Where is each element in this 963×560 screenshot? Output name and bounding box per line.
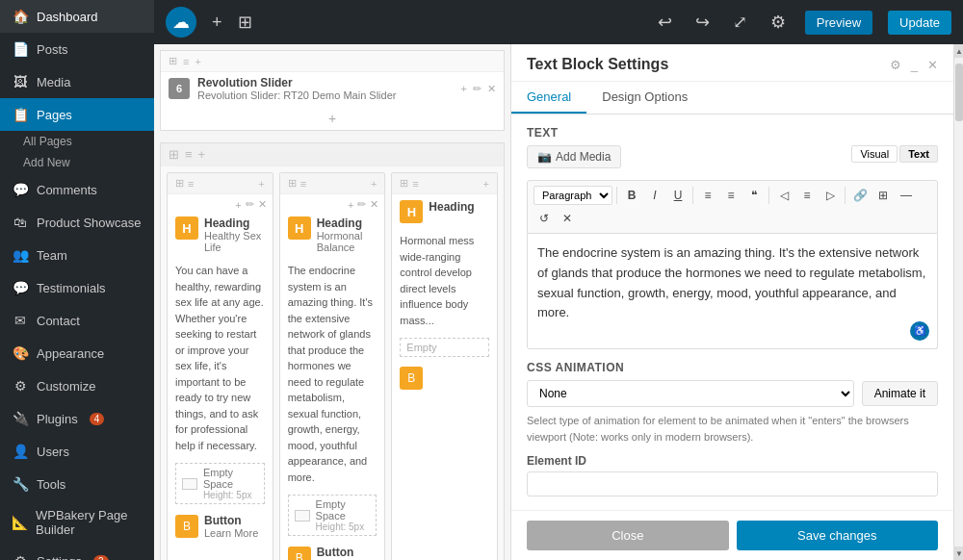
hr-button[interactable]: — — [896, 185, 917, 206]
underline-button[interactable]: U — [667, 185, 689, 206]
panel-minimize-icon[interactable]: _ — [911, 58, 918, 72]
tcol-grid-icon[interactable]: ≡ — [185, 147, 193, 162]
sidebar-item-users[interactable]: 👤 Users — [0, 435, 154, 468]
close-button[interactable]: Close — [527, 521, 729, 550]
panel-gear-icon[interactable]: ⚙ — [890, 58, 901, 72]
list-ol-button[interactable]: ≡ — [720, 185, 742, 206]
update-button[interactable]: Update — [888, 11, 951, 35]
panel-body: Text 📷 Add Media Visual Text Paragraph — [511, 115, 953, 510]
table-button[interactable]: ⊞ — [872, 185, 894, 206]
sidebar-item-settings[interactable]: ⚙ Settings 3 — [0, 545, 154, 560]
css-animation-section: CSS Animation None Animate it Select typ… — [527, 361, 938, 445]
add-media-button[interactable]: 📷 Add Media — [527, 145, 621, 168]
cola-ba-add[interactable]: + — [235, 199, 241, 211]
remove-format-button[interactable]: ✕ — [557, 208, 578, 229]
topbar: ☁ + ⊞ ↩ ↪ ⤢ ⚙ Preview Update — [154, 0, 963, 44]
scroll-down-arrow[interactable]: ▼ — [954, 547, 963, 560]
colc-add[interactable]: + — [483, 178, 489, 190]
link-button[interactable]: 🔗 — [849, 185, 871, 206]
sidebar-item-wpbakery[interactable]: 📐 WPBakery Page Builder — [0, 500, 154, 545]
sidebar-item-dashboard[interactable]: 🏠 Dashboard — [0, 0, 154, 33]
fullscreen-icon[interactable]: ⤢ — [733, 12, 747, 33]
row-grid-icon[interactable]: ≡ — [183, 56, 189, 67]
panel-scrollbar[interactable]: ▲ ▼ — [953, 44, 963, 560]
text-c-content: Hormonal mess wide-ranging control devel… — [400, 233, 489, 328]
sidebar-item-testimonials[interactable]: 💬 Testimonials — [0, 271, 154, 304]
css-animation-select[interactable]: None — [527, 380, 854, 407]
sidebar-item-all-pages[interactable]: All Pages — [0, 131, 154, 152]
colb-move[interactable]: ⊞ — [288, 177, 297, 190]
animate-it-button[interactable]: Animate it — [862, 381, 938, 406]
colb-ba-edit[interactable]: ✏ — [357, 198, 366, 211]
add-block-below-rev[interactable]: + — [161, 107, 504, 130]
sidebar-item-add-new[interactable]: Add New — [0, 152, 154, 173]
colc-grid[interactable]: ≡ — [412, 178, 418, 190]
add-block-icon[interactable]: + — [212, 13, 222, 33]
panel-close-icon[interactable]: ✕ — [927, 58, 938, 72]
tcol-add-icon[interactable]: + — [198, 147, 206, 162]
undo-editor-button[interactable]: ↺ — [534, 208, 555, 229]
sidebar-item-contact[interactable]: ✉ Contact — [0, 304, 154, 337]
colb-grid[interactable]: ≡ — [300, 178, 306, 190]
align-left-button[interactable]: ◁ — [773, 185, 794, 206]
preview-button[interactable]: Preview — [805, 11, 872, 35]
css-animation-label: CSS Animation — [527, 361, 938, 374]
colb-ba-del[interactable]: ✕ — [370, 198, 378, 211]
cola-grid[interactable]: ≡ — [188, 178, 194, 190]
appearance-icon: 🎨 — [12, 344, 29, 362]
rev-add-icon[interactable]: + — [461, 83, 467, 95]
list-ul-button[interactable]: ≡ — [697, 185, 718, 206]
sidebar-item-posts[interactable]: 📄 Posts — [0, 33, 154, 65]
rev-delete-icon[interactable]: ✕ — [487, 83, 496, 95]
text-tab-button[interactable]: Text — [899, 145, 938, 163]
scroll-up-arrow[interactable]: ▲ — [954, 44, 963, 58]
empty-space-a-icon — [182, 478, 197, 490]
sidebar-item-comments[interactable]: 💬 Comments — [0, 173, 154, 206]
save-changes-button[interactable]: Save changes — [737, 521, 939, 550]
cola-ba-del[interactable]: ✕ — [258, 198, 267, 211]
colb-add[interactable]: + — [371, 178, 377, 190]
sidebar-item-label: Media — [37, 75, 70, 89]
heading-a-title: Heading — [204, 216, 265, 230]
rev-edit-icon[interactable]: ✏ — [473, 83, 482, 95]
sidebar-item-team[interactable]: 👥 Team — [0, 239, 154, 271]
text-editor-content[interactable]: The endocrine system is an amazing thing… — [527, 234, 938, 349]
blockquote-button[interactable]: ❝ — [743, 185, 765, 206]
sidebar-item-label: Product Showcase — [37, 216, 141, 230]
row-add-icon[interactable]: + — [195, 56, 200, 67]
grid-icon[interactable]: ⊞ — [238, 12, 252, 33]
cola-ba-edit[interactable]: ✏ — [246, 198, 254, 211]
sidebar-item-plugins[interactable]: 🔌 Plugins 4 — [0, 402, 154, 435]
element-id-input[interactable] — [527, 471, 938, 496]
colc-move[interactable]: ⊞ — [400, 177, 408, 190]
wp-logo[interactable]: ☁ — [166, 7, 196, 38]
row-move-icon[interactable]: ⊞ — [169, 55, 177, 67]
sidebar-item-product-showcase[interactable]: 🛍 Product Showcase — [0, 206, 154, 239]
align-center-button[interactable]: ≡ — [796, 185, 818, 206]
sidebar-item-customize[interactable]: ⚙ Customize — [0, 369, 154, 402]
italic-button[interactable]: I — [644, 185, 665, 206]
cola-add[interactable]: + — [258, 178, 264, 190]
sidebar-item-media[interactable]: 🖼 Media — [0, 65, 154, 98]
tab-general[interactable]: General — [511, 82, 586, 114]
text-block-a: You can have a healthy, rewarding sex li… — [168, 259, 273, 459]
text-b-content: The endocrine system is an amazing thing… — [288, 263, 377, 485]
redo-icon[interactable]: ↪ — [695, 12, 710, 33]
paragraph-select[interactable]: Paragraph — [534, 186, 612, 205]
bold-button[interactable]: B — [621, 185, 642, 206]
sidebar-item-pages[interactable]: 📋 Pages — [0, 98, 154, 131]
colb-ba-add[interactable]: + — [348, 199, 353, 211]
cola-move[interactable]: ⊞ — [175, 177, 184, 190]
align-right-button[interactable]: ▷ — [820, 185, 841, 206]
sidebar-item-tools[interactable]: 🔧 Tools — [0, 468, 154, 500]
visual-text-toggle: Visual Text — [851, 145, 938, 163]
panel-tabs: General Design Options — [511, 82, 953, 115]
undo-icon[interactable]: ↩ — [658, 12, 672, 33]
scroll-thumb[interactable] — [955, 64, 963, 121]
tcol-move-icon[interactable]: ⊞ — [169, 147, 179, 162]
tab-design-options[interactable]: Design Options — [586, 82, 703, 114]
topbar-settings-icon[interactable]: ⚙ — [770, 12, 786, 33]
sidebar-item-label: WPBakery Page Builder — [36, 508, 143, 537]
sidebar-item-appearance[interactable]: 🎨 Appearance — [0, 337, 154, 369]
visual-tab-button[interactable]: Visual — [851, 145, 898, 163]
